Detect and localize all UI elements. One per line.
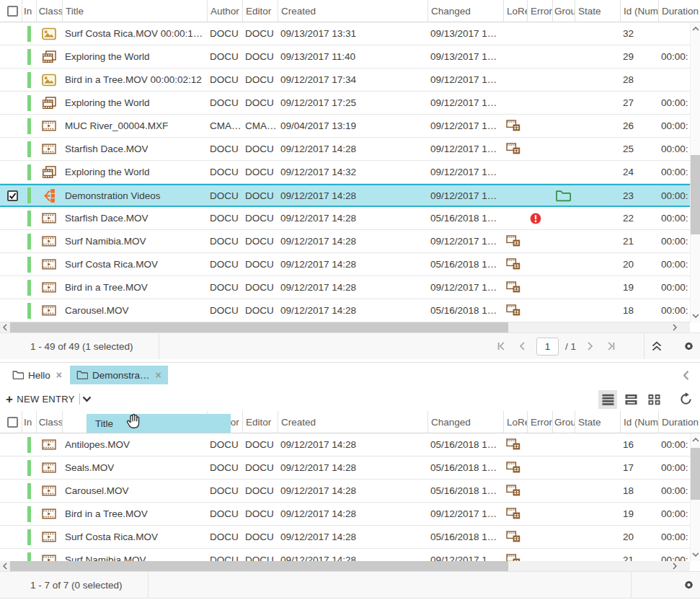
bottom-vertical-scrollbar[interactable] — [690, 433, 700, 561]
cell-editor: DOCU — [242, 22, 278, 45]
column-header-lore[interactable]: LoRe — [503, 0, 527, 22]
table-row[interactable]: Surf Costa Rica.MOV 00:00:1…DOCUDOCU09/1… — [0, 22, 700, 45]
previous-page-icon[interactable] — [515, 339, 530, 353]
table-row[interactable]: Antilopes.MOVDOCUDOCU09/12/2017 14:2805/… — [0, 433, 700, 456]
list-view-button[interactable] — [598, 390, 617, 409]
column-header-error[interactable]: Error — [527, 0, 552, 22]
new-entry-button[interactable]: + NEW ENTRY — [6, 393, 75, 405]
column-header-id[interactable]: Id (Numb — [620, 411, 658, 433]
grid-view-button[interactable] — [644, 390, 663, 409]
chevron-down-icon[interactable] — [82, 396, 92, 402]
table-row[interactable]: Exploring the WorldDOCUDOCU09/12/2017 14… — [0, 161, 700, 184]
settings-gear-icon[interactable] — [683, 340, 695, 353]
table-row[interactable]: Bird in a Tree.MOVDOCUDOCU09/12/2017 14:… — [0, 503, 700, 526]
table-row[interactable]: Surf Costa Rica.MOVDOCUDOCU09/12/2017 14… — [0, 526, 700, 549]
column-header-error[interactable]: Error — [527, 411, 552, 433]
column-header-created[interactable]: Created — [278, 0, 427, 22]
table-row[interactable]: Exploring the WorldDOCUDOCU09/13/2017 11… — [0, 45, 700, 69]
cell-class — [36, 69, 62, 91]
cell-editor: DOCU — [242, 549, 278, 561]
close-icon[interactable]: × — [155, 370, 161, 380]
table-row[interactable]: Carousel.MOVDOCUDOCU09/12/2017 14:2805/1… — [0, 480, 700, 503]
table-row[interactable]: Surf Namibia.MOVDOCUDOCU09/12/2017 14:28… — [0, 230, 700, 253]
vertical-scroll-thumb[interactable] — [691, 155, 700, 234]
table-row[interactable]: Exploring the WorldDOCUDOCU09/12/2017 17… — [0, 92, 700, 115]
column-header-label: Created — [278, 6, 316, 17]
ingest-status-bar — [27, 72, 31, 88]
top-horizontal-scrollbar[interactable] — [0, 322, 690, 332]
cell-error — [527, 503, 552, 525]
table-row[interactable]: Surf Costa Rica.MOVDOCUDOCU09/12/2017 14… — [0, 253, 700, 276]
column-header-editor[interactable]: Editor — [242, 0, 278, 22]
cell-ingest — [22, 92, 36, 114]
settings-gear-icon[interactable] — [683, 579, 695, 591]
vertical-scroll-thumb[interactable] — [691, 448, 700, 500]
last-page-icon[interactable] — [603, 339, 618, 353]
cell-author: CMA… — [207, 115, 242, 137]
table-row[interactable]: Seals.MOVDOCUDOCU09/12/2017 14:2805/16/2… — [0, 456, 700, 480]
cell-title: Bird in a Tree.MOV — [62, 503, 207, 525]
column-header-id[interactable]: Id (Numb — [620, 0, 658, 22]
bottom-horizontal-scrollbar[interactable] — [0, 561, 690, 571]
table-row[interactable]: Starfish Dace.MOVDOCUDOCU09/12/2017 14:2… — [0, 138, 700, 161]
ingest-status-bar — [27, 211, 31, 226]
table-row[interactable]: Starfish Dace.MOVDOCUDOCU09/12/2017 14:2… — [0, 207, 700, 230]
cell-ingest — [22, 230, 36, 252]
horizontal-scroll-thumb[interactable] — [10, 561, 508, 571]
column-header-in[interactable]: In — [22, 0, 36, 22]
column-header-state[interactable]: State — [575, 411, 620, 433]
column-header-state[interactable]: State — [575, 0, 620, 22]
column-header-changed[interactable]: Changed — [427, 411, 503, 433]
horizontal-scroll-thumb[interactable] — [10, 322, 508, 332]
column-header-class[interactable]: Class — [36, 0, 62, 22]
lowres-proxy-icon — [506, 531, 521, 543]
select-all-checkbox[interactable] — [7, 6, 18, 17]
table-row[interactable]: Surf Namibia.MOVDOCUDOCU09/12/2017 14:28… — [0, 549, 700, 561]
scroll-down-icon[interactable] — [691, 550, 700, 559]
chevron-left-icon[interactable] — [682, 370, 690, 381]
column-header-dur[interactable]: Duration — [658, 411, 700, 433]
scroll-right-icon[interactable] — [670, 561, 680, 571]
lowres-proxy-icon — [506, 281, 521, 294]
column-header-dur[interactable]: Duration — [658, 0, 700, 22]
row-checkbox[interactable] — [7, 190, 18, 201]
row-view-button[interactable] — [621, 390, 640, 409]
select-all-checkbox[interactable] — [7, 417, 18, 428]
scroll-left-icon[interactable] — [0, 322, 10, 332]
dragged-column-header[interactable]: Title — [87, 414, 231, 433]
tab-hello[interactable]: Hello × — [6, 366, 68, 384]
next-page-icon[interactable] — [582, 339, 597, 353]
tab-demonstration-videos[interactable]: Demonstra… × — [70, 366, 168, 384]
column-header-lore[interactable]: LoRe — [503, 411, 527, 433]
column-header-in[interactable]: In — [22, 411, 36, 433]
first-page-icon[interactable] — [495, 339, 509, 353]
scroll-up-icon[interactable] — [691, 436, 700, 444]
table-row[interactable]: Bird in a Tree.MOV 00:00:02:12DOCUDOCU09… — [0, 69, 700, 92]
cell-ingest — [22, 45, 36, 68]
refresh-button[interactable] — [676, 390, 695, 409]
column-header-created[interactable]: Created — [278, 411, 427, 433]
table-row[interactable]: MUC River_00004.MXFCMA…CMA…09/04/2017 13… — [0, 115, 700, 138]
column-header-class[interactable]: Class — [36, 411, 62, 433]
result-count-label: 1 - 49 of 49 (1 selected) — [30, 341, 133, 352]
column-header-title[interactable]: Title — [62, 0, 207, 22]
column-header-grou[interactable]: Grou — [552, 411, 575, 433]
close-icon[interactable]: × — [56, 370, 62, 380]
column-header-changed[interactable]: Changed — [427, 0, 503, 22]
table-row[interactable]: Bird in a Tree.MOVDOCUDOCU09/12/2017 14:… — [0, 276, 700, 299]
scroll-left-icon[interactable] — [0, 561, 10, 571]
scroll-down-icon[interactable] — [691, 312, 700, 320]
column-header-author[interactable]: Author — [207, 0, 242, 22]
table-row[interactable]: Carousel.MOVDOCUDOCU09/12/2017 14:2805/1… — [0, 299, 700, 322]
cell-id: 29 — [620, 45, 658, 68]
cell-created: 09/12/2017 17:34 — [278, 69, 427, 91]
table-row[interactable]: Demonstration VideosDOCUDOCU09/12/2017 1… — [0, 184, 700, 207]
column-header-editor[interactable]: Editor — [242, 411, 278, 433]
scroll-right-icon[interactable] — [670, 322, 680, 332]
top-vertical-scrollbar[interactable] — [690, 22, 700, 322]
page-number-input[interactable] — [536, 338, 559, 356]
ingest-status-bar — [27, 118, 31, 134]
scroll-up-icon[interactable] — [691, 25, 700, 33]
collapse-panel-icon[interactable] — [650, 340, 664, 353]
column-header-grou[interactable]: Grou — [552, 0, 575, 22]
